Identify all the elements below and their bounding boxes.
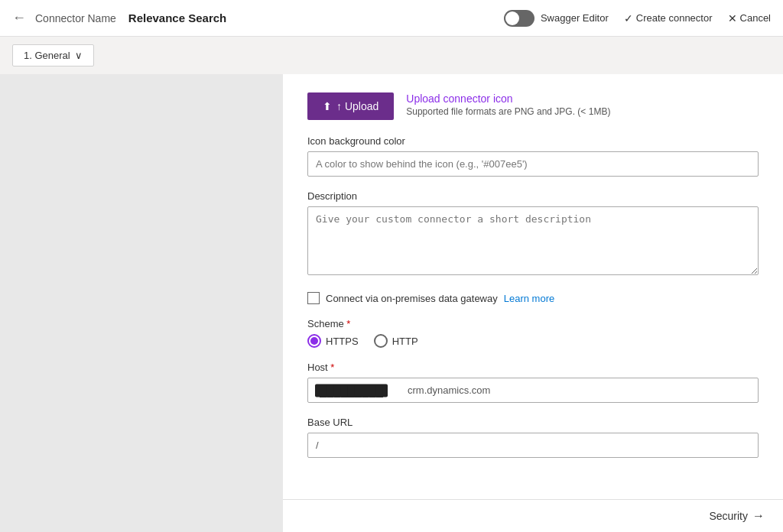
close-icon: ✕ [728, 12, 737, 24]
general-dropdown-button[interactable]: 1. General ∨ [12, 44, 94, 66]
upload-button[interactable]: ⬆ ↑ Upload [307, 92, 394, 120]
checkmark-icon: ✓ [624, 12, 633, 24]
page-title: Relevance Search [128, 11, 226, 24]
upload-btn-label: ↑ Upload [336, 100, 379, 112]
description-field: Description [307, 190, 759, 278]
https-radio-inner [310, 337, 318, 345]
header-actions: Swagger Editor ✓ Create connector ✕ Canc… [504, 10, 771, 27]
swagger-editor-label: Swagger Editor [541, 12, 609, 24]
back-button[interactable]: ← [12, 10, 26, 26]
content-card: ⬆ ↑ Upload Upload connector icon Support… [283, 74, 783, 532]
create-connector-button[interactable]: ✓ Create connector [624, 12, 713, 24]
gateway-checkbox[interactable] [307, 292, 320, 304]
host-required: * [330, 362, 334, 373]
security-label: Security [709, 510, 748, 522]
scheme-http-option[interactable]: HTTP [374, 334, 418, 348]
host-input[interactable] [307, 378, 759, 403]
chevron-down-icon: ∨ [75, 50, 83, 61]
host-field: Host * █████████ [307, 362, 759, 403]
cancel-button[interactable]: ✕ Cancel [728, 12, 771, 24]
description-label: Description [307, 190, 759, 202]
upload-icon: ⬆ [323, 100, 332, 112]
sidebar [0, 74, 283, 532]
https-label: HTTPS [326, 336, 359, 347]
header: ← Connector Name Relevance Search Swagge… [0, 0, 783, 37]
host-input-wrapper: █████████ [307, 378, 759, 403]
icon-bg-color-input[interactable] [307, 151, 759, 177]
upload-info: Upload connector icon Supported file for… [406, 92, 610, 117]
upload-connector-icon-link[interactable]: Upload connector icon [406, 92, 610, 105]
toggle-knob [505, 11, 519, 25]
general-label: 1. General [24, 50, 70, 61]
learn-more-link[interactable]: Learn more [504, 293, 554, 304]
base-url-input[interactable] [307, 433, 759, 458]
description-textarea[interactable] [307, 206, 759, 275]
content-area: ⬆ ↑ Upload Upload connector icon Support… [283, 74, 783, 532]
http-radio-button[interactable] [374, 334, 388, 348]
icon-bg-color-label: Icon background color [307, 135, 759, 147]
base-url-label: Base URL [307, 417, 759, 428]
footer: Security → [283, 499, 783, 532]
https-radio-button[interactable] [307, 334, 321, 348]
base-url-field: Base URL [307, 417, 759, 458]
toolbar-row: 1. General ∨ [0, 37, 783, 74]
gateway-checkbox-row: Connect via on-premises data gateway Lea… [307, 292, 759, 304]
scheme-radio-group: HTTPS HTTP [307, 334, 759, 348]
security-nav-link[interactable]: Security → [709, 509, 765, 523]
gateway-label: Connect via on-premises data gateway [326, 293, 498, 304]
icon-bg-color-field: Icon background color [307, 135, 759, 177]
host-label: Host * [307, 362, 759, 373]
scheme-field: Scheme * HTTPS HTTP [307, 318, 759, 348]
scheme-https-option[interactable]: HTTPS [307, 334, 359, 348]
swagger-editor-toggle[interactable] [504, 10, 534, 27]
main-layout: ⬆ ↑ Upload Upload connector icon Support… [0, 74, 783, 532]
upload-section: ⬆ ↑ Upload Upload connector icon Support… [307, 92, 759, 120]
http-label: HTTP [392, 336, 418, 347]
arrow-right-icon: → [752, 509, 765, 523]
scheme-label: Scheme * [307, 318, 759, 329]
connector-name-label: Connector Name [35, 12, 116, 24]
upload-sub-text: Supported file formats are PNG and JPG. … [406, 106, 610, 117]
swagger-toggle-wrapper: Swagger Editor [504, 10, 609, 27]
scheme-required: * [346, 318, 350, 329]
